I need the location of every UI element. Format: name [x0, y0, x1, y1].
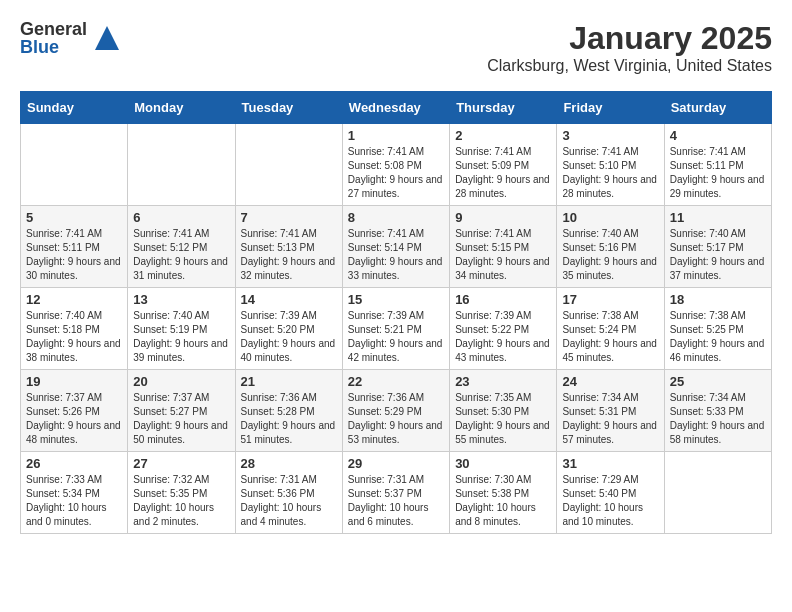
day-number: 13	[133, 292, 229, 307]
day-info: Sunrise: 7:38 AM Sunset: 5:25 PM Dayligh…	[670, 309, 766, 365]
day-cell-30: 28Sunrise: 7:31 AM Sunset: 5:36 PM Dayli…	[235, 452, 342, 534]
day-info: Sunrise: 7:41 AM Sunset: 5:11 PM Dayligh…	[26, 227, 122, 283]
day-number: 6	[133, 210, 229, 225]
day-cell-8: 6Sunrise: 7:41 AM Sunset: 5:12 PM Daylig…	[128, 206, 235, 288]
weekday-header-tuesday: Tuesday	[235, 92, 342, 124]
day-cell-12: 10Sunrise: 7:40 AM Sunset: 5:16 PM Dayli…	[557, 206, 664, 288]
day-number: 9	[455, 210, 551, 225]
day-info: Sunrise: 7:39 AM Sunset: 5:22 PM Dayligh…	[455, 309, 551, 365]
day-cell-29: 27Sunrise: 7:32 AM Sunset: 5:35 PM Dayli…	[128, 452, 235, 534]
day-number: 26	[26, 456, 122, 471]
day-info: Sunrise: 7:41 AM Sunset: 5:09 PM Dayligh…	[455, 145, 551, 201]
day-cell-24: 22Sunrise: 7:36 AM Sunset: 5:29 PM Dayli…	[342, 370, 449, 452]
day-cell-25: 23Sunrise: 7:35 AM Sunset: 5:30 PM Dayli…	[450, 370, 557, 452]
weekday-header-saturday: Saturday	[664, 92, 771, 124]
day-number: 2	[455, 128, 551, 143]
day-info: Sunrise: 7:38 AM Sunset: 5:24 PM Dayligh…	[562, 309, 658, 365]
day-number: 8	[348, 210, 444, 225]
day-cell-23: 21Sunrise: 7:36 AM Sunset: 5:28 PM Dayli…	[235, 370, 342, 452]
day-number: 22	[348, 374, 444, 389]
day-cell-11: 9Sunrise: 7:41 AM Sunset: 5:15 PM Daylig…	[450, 206, 557, 288]
day-cell-6: 4Sunrise: 7:41 AM Sunset: 5:11 PM Daylig…	[664, 124, 771, 206]
day-cell-31: 29Sunrise: 7:31 AM Sunset: 5:37 PM Dayli…	[342, 452, 449, 534]
day-info: Sunrise: 7:41 AM Sunset: 5:14 PM Dayligh…	[348, 227, 444, 283]
day-number: 21	[241, 374, 337, 389]
day-number: 18	[670, 292, 766, 307]
day-cell-5: 3Sunrise: 7:41 AM Sunset: 5:10 PM Daylig…	[557, 124, 664, 206]
day-info: Sunrise: 7:37 AM Sunset: 5:27 PM Dayligh…	[133, 391, 229, 447]
logo-icon	[91, 22, 123, 54]
day-number: 7	[241, 210, 337, 225]
day-number: 16	[455, 292, 551, 307]
day-number: 3	[562, 128, 658, 143]
day-number: 4	[670, 128, 766, 143]
day-cell-0	[21, 124, 128, 206]
day-info: Sunrise: 7:41 AM Sunset: 5:08 PM Dayligh…	[348, 145, 444, 201]
day-cell-18: 16Sunrise: 7:39 AM Sunset: 5:22 PM Dayli…	[450, 288, 557, 370]
day-number: 31	[562, 456, 658, 471]
day-number: 23	[455, 374, 551, 389]
day-number: 28	[241, 456, 337, 471]
day-info: Sunrise: 7:40 AM Sunset: 5:19 PM Dayligh…	[133, 309, 229, 365]
logo-blue: Blue	[20, 38, 87, 56]
day-number: 15	[348, 292, 444, 307]
day-cell-3: 1Sunrise: 7:41 AM Sunset: 5:08 PM Daylig…	[342, 124, 449, 206]
day-number: 27	[133, 456, 229, 471]
title-area: January 2025 Clarksburg, West Virginia, …	[487, 20, 772, 75]
day-cell-17: 15Sunrise: 7:39 AM Sunset: 5:21 PM Dayli…	[342, 288, 449, 370]
day-cell-9: 7Sunrise: 7:41 AM Sunset: 5:13 PM Daylig…	[235, 206, 342, 288]
day-info: Sunrise: 7:40 AM Sunset: 5:16 PM Dayligh…	[562, 227, 658, 283]
location-title: Clarksburg, West Virginia, United States	[487, 57, 772, 75]
day-number: 24	[562, 374, 658, 389]
day-info: Sunrise: 7:36 AM Sunset: 5:29 PM Dayligh…	[348, 391, 444, 447]
weekday-header-thursday: Thursday	[450, 92, 557, 124]
day-info: Sunrise: 7:33 AM Sunset: 5:34 PM Dayligh…	[26, 473, 122, 529]
day-info: Sunrise: 7:31 AM Sunset: 5:37 PM Dayligh…	[348, 473, 444, 529]
day-cell-14: 12Sunrise: 7:40 AM Sunset: 5:18 PM Dayli…	[21, 288, 128, 370]
week-row-1: 1Sunrise: 7:41 AM Sunset: 5:08 PM Daylig…	[21, 124, 772, 206]
month-title: January 2025	[487, 20, 772, 57]
day-number: 19	[26, 374, 122, 389]
day-cell-33: 31Sunrise: 7:29 AM Sunset: 5:40 PM Dayli…	[557, 452, 664, 534]
day-cell-2	[235, 124, 342, 206]
weekday-header-monday: Monday	[128, 92, 235, 124]
day-cell-32: 30Sunrise: 7:30 AM Sunset: 5:38 PM Dayli…	[450, 452, 557, 534]
day-cell-15: 13Sunrise: 7:40 AM Sunset: 5:19 PM Dayli…	[128, 288, 235, 370]
day-number: 29	[348, 456, 444, 471]
week-row-2: 5Sunrise: 7:41 AM Sunset: 5:11 PM Daylig…	[21, 206, 772, 288]
day-number: 1	[348, 128, 444, 143]
day-number: 17	[562, 292, 658, 307]
day-info: Sunrise: 7:40 AM Sunset: 5:18 PM Dayligh…	[26, 309, 122, 365]
day-cell-19: 17Sunrise: 7:38 AM Sunset: 5:24 PM Dayli…	[557, 288, 664, 370]
day-cell-21: 19Sunrise: 7:37 AM Sunset: 5:26 PM Dayli…	[21, 370, 128, 452]
day-cell-27: 25Sunrise: 7:34 AM Sunset: 5:33 PM Dayli…	[664, 370, 771, 452]
day-number: 25	[670, 374, 766, 389]
day-info: Sunrise: 7:40 AM Sunset: 5:17 PM Dayligh…	[670, 227, 766, 283]
day-number: 10	[562, 210, 658, 225]
day-info: Sunrise: 7:39 AM Sunset: 5:20 PM Dayligh…	[241, 309, 337, 365]
day-number: 20	[133, 374, 229, 389]
day-cell-26: 24Sunrise: 7:34 AM Sunset: 5:31 PM Dayli…	[557, 370, 664, 452]
week-row-4: 19Sunrise: 7:37 AM Sunset: 5:26 PM Dayli…	[21, 370, 772, 452]
weekday-header-sunday: Sunday	[21, 92, 128, 124]
day-number: 11	[670, 210, 766, 225]
day-cell-20: 18Sunrise: 7:38 AM Sunset: 5:25 PM Dayli…	[664, 288, 771, 370]
day-info: Sunrise: 7:34 AM Sunset: 5:33 PM Dayligh…	[670, 391, 766, 447]
weekday-header-wednesday: Wednesday	[342, 92, 449, 124]
day-number: 30	[455, 456, 551, 471]
day-info: Sunrise: 7:37 AM Sunset: 5:26 PM Dayligh…	[26, 391, 122, 447]
calendar-table: SundayMondayTuesdayWednesdayThursdayFrid…	[20, 91, 772, 534]
day-info: Sunrise: 7:41 AM Sunset: 5:15 PM Dayligh…	[455, 227, 551, 283]
day-number: 14	[241, 292, 337, 307]
week-row-3: 12Sunrise: 7:40 AM Sunset: 5:18 PM Dayli…	[21, 288, 772, 370]
day-info: Sunrise: 7:32 AM Sunset: 5:35 PM Dayligh…	[133, 473, 229, 529]
day-cell-22: 20Sunrise: 7:37 AM Sunset: 5:27 PM Dayli…	[128, 370, 235, 452]
weekday-header-row: SundayMondayTuesdayWednesdayThursdayFrid…	[21, 92, 772, 124]
day-info: Sunrise: 7:30 AM Sunset: 5:38 PM Dayligh…	[455, 473, 551, 529]
day-cell-1	[128, 124, 235, 206]
day-info: Sunrise: 7:41 AM Sunset: 5:12 PM Dayligh…	[133, 227, 229, 283]
day-cell-10: 8Sunrise: 7:41 AM Sunset: 5:14 PM Daylig…	[342, 206, 449, 288]
svg-marker-0	[95, 26, 119, 50]
day-info: Sunrise: 7:36 AM Sunset: 5:28 PM Dayligh…	[241, 391, 337, 447]
day-cell-4: 2Sunrise: 7:41 AM Sunset: 5:09 PM Daylig…	[450, 124, 557, 206]
